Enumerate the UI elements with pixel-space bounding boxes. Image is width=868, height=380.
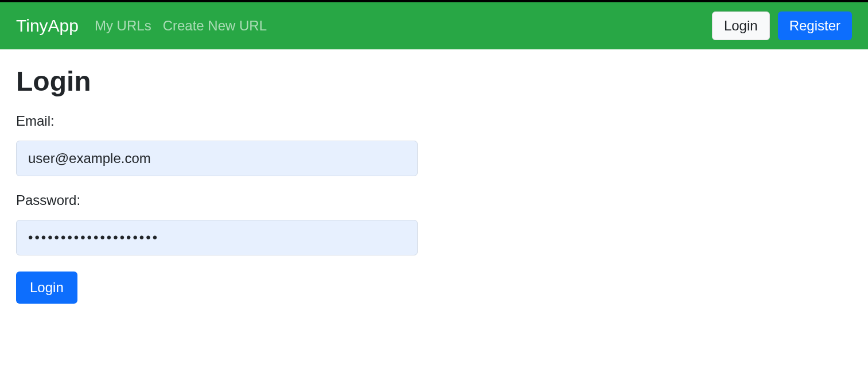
page-title: Login [16,65,852,97]
register-nav-button[interactable]: Register [778,11,852,40]
navbar-right: Login Register [712,11,852,40]
nav-links: My URLs Create New URL [95,18,267,34]
nav-link-my-urls[interactable]: My URLs [95,18,151,34]
brand-link[interactable]: TinyApp [16,16,79,36]
password-field[interactable] [16,220,418,255]
email-label: Email: [16,113,852,129]
email-field[interactable] [16,141,418,176]
content: Login Email: Password: Login [0,49,868,320]
nav-link-create-new-url[interactable]: Create New URL [163,18,267,34]
login-submit-button[interactable]: Login [16,272,77,304]
password-group: Password: [16,192,852,255]
password-label: Password: [16,192,852,208]
email-group: Email: [16,113,852,176]
login-nav-button[interactable]: Login [712,11,770,40]
navbar-left: TinyApp My URLs Create New URL [16,16,267,36]
login-form: Email: Password: Login [16,113,852,304]
navbar: TinyApp My URLs Create New URL Login Reg… [0,2,868,49]
